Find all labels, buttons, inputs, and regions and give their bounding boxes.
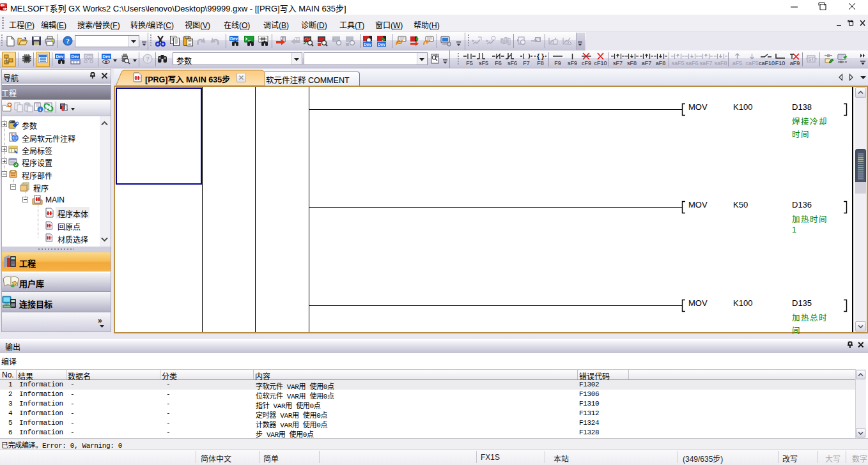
svg-text:?: ? — [146, 55, 150, 63]
svg-text:Dev: Dev — [85, 54, 93, 59]
svg-text:Dev: Dev — [56, 54, 64, 59]
svg-text:ST: ST — [809, 57, 815, 61]
svg-text:Dev: Dev — [72, 54, 79, 59]
svg-text:}: } — [541, 52, 545, 60]
svg-text:Dev: Dev — [103, 54, 111, 59]
svg-text:Dev: Dev — [230, 36, 238, 41]
svg-text:i: i — [40, 107, 41, 112]
svg-text:Dev: Dev — [378, 42, 385, 47]
svg-text:{: { — [537, 52, 540, 60]
svg-text:Dev: Dev — [364, 42, 371, 47]
svg-text:?: ? — [66, 37, 70, 45]
